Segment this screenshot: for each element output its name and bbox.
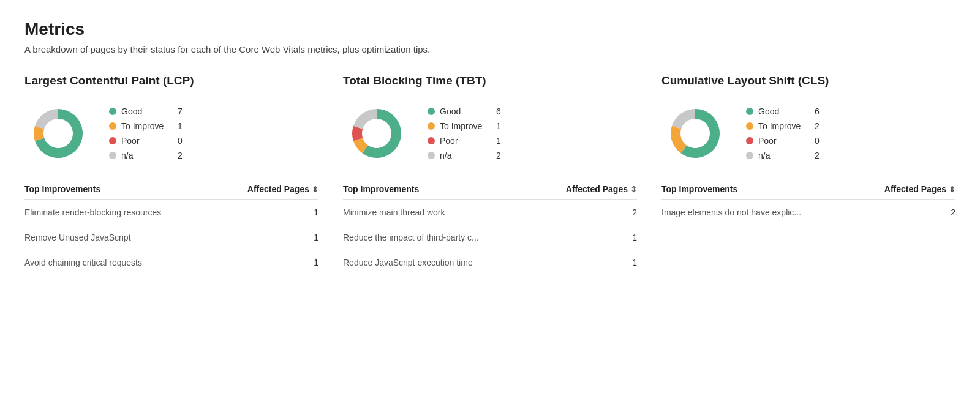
legend-dot-cls-3 xyxy=(746,152,753,159)
sort-icon-tbt: ⇕ xyxy=(630,185,637,194)
legend-dot-lcp-2 xyxy=(109,137,116,144)
legend-count-cls-2: 0 xyxy=(815,136,820,146)
legend-count-lcp-1: 1 xyxy=(178,121,183,131)
sort-icon-cls: ⇕ xyxy=(949,185,956,194)
legend-dot-tbt-3 xyxy=(428,152,435,159)
th-improvements-cls: Top Improvements xyxy=(662,184,884,194)
row-count-lcp-2: 1 xyxy=(306,258,318,267)
metric-title-lcp: Largest Contentful Paint (LCP) xyxy=(24,74,318,88)
table-row-cls-0: Image elements do not have explic...2 xyxy=(662,200,956,225)
legend-label-tbt-2: Poor xyxy=(440,136,489,146)
donut-legend-row-tbt: Good6To Improve1Poor1n/a2 xyxy=(343,100,637,167)
row-label-lcp-1[interactable]: Remove Unused JavaScript xyxy=(24,233,306,242)
legend-label-lcp-2: Poor xyxy=(121,136,170,146)
legend-label-cls-2: Poor xyxy=(758,136,807,146)
metric-panel-cls: Cumulative Layout Shift (CLS)Good6To Imp… xyxy=(662,74,956,275)
table-header-tbt: Top ImprovementsAffected Pages ⇕ xyxy=(343,184,637,200)
table-row-lcp-0: Eliminate render-blocking resources1 xyxy=(24,200,318,225)
table-header-lcp: Top ImprovementsAffected Pages ⇕ xyxy=(24,184,318,200)
legend-item-cls-0: Good6 xyxy=(746,106,820,116)
row-count-tbt-2: 1 xyxy=(625,258,637,267)
metrics-grid: Largest Contentful Paint (LCP)Good7To Im… xyxy=(24,74,956,275)
legend-dot-lcp-3 xyxy=(109,152,116,159)
legend-count-cls-3: 2 xyxy=(815,151,820,160)
row-count-lcp-1: 1 xyxy=(306,233,318,242)
legend-item-cls-3: n/a2 xyxy=(746,151,820,160)
table-row-tbt-2: Reduce JavaScript execution time1 xyxy=(343,250,637,275)
legend-count-lcp-0: 7 xyxy=(178,106,183,116)
row-label-tbt-2[interactable]: Reduce JavaScript execution time xyxy=(343,258,625,267)
legend-label-lcp-1: To Improve xyxy=(121,121,170,131)
row-label-lcp-0[interactable]: Eliminate render-blocking resources xyxy=(24,207,306,217)
legend-item-lcp-0: Good7 xyxy=(109,106,183,116)
th-affected-lcp[interactable]: Affected Pages ⇕ xyxy=(247,184,318,194)
legend-label-tbt-3: n/a xyxy=(440,151,489,160)
th-affected-tbt[interactable]: Affected Pages ⇕ xyxy=(566,184,637,194)
legend-dot-lcp-0 xyxy=(109,108,116,115)
row-label-lcp-2[interactable]: Avoid chaining critical requests xyxy=(24,258,306,267)
metric-panel-tbt: Total Blocking Time (TBT)Good6To Improve… xyxy=(343,74,637,275)
donut-container-tbt xyxy=(343,100,410,167)
legend-count-tbt-0: 6 xyxy=(496,106,501,116)
row-count-tbt-1: 1 xyxy=(625,233,637,242)
row-count-tbt-0: 2 xyxy=(625,207,637,217)
legend-count-tbt-2: 1 xyxy=(496,136,501,146)
legend-label-lcp-3: n/a xyxy=(121,151,170,160)
legend-item-cls-1: To Improve2 xyxy=(746,121,820,131)
row-count-cls-0: 2 xyxy=(943,207,956,217)
page-title: Metrics xyxy=(24,20,956,39)
row-label-cls-0[interactable]: Image elements do not have explic... xyxy=(662,207,943,217)
metric-panel-lcp: Largest Contentful Paint (LCP)Good7To Im… xyxy=(24,74,318,275)
legend-dot-tbt-2 xyxy=(428,137,435,144)
metric-title-tbt: Total Blocking Time (TBT) xyxy=(343,74,637,88)
legend-label-cls-1: To Improve xyxy=(758,121,807,131)
legend-count-tbt-3: 2 xyxy=(496,151,501,160)
legend-label-tbt-0: Good xyxy=(440,106,489,116)
th-improvements-lcp: Top Improvements xyxy=(24,184,247,194)
table-row-tbt-0: Minimize main thread work2 xyxy=(343,200,637,225)
legend-count-lcp-2: 0 xyxy=(178,136,183,146)
legend-dot-cls-0 xyxy=(746,108,753,115)
donut-chart xyxy=(662,100,729,167)
legend-dot-cls-2 xyxy=(746,137,753,144)
legend-tbt: Good6To Improve1Poor1n/a2 xyxy=(428,106,501,160)
legend-item-tbt-0: Good6 xyxy=(428,106,501,116)
donut-legend-row-cls: Good6To Improve2Poor0n/a2 xyxy=(662,100,956,167)
legend-item-tbt-3: n/a2 xyxy=(428,151,501,160)
donut-chart xyxy=(24,100,92,167)
legend-item-lcp-3: n/a2 xyxy=(109,151,183,160)
th-affected-cls[interactable]: Affected Pages ⇕ xyxy=(884,184,956,194)
donut-container-lcp xyxy=(24,100,92,167)
legend-label-cls-3: n/a xyxy=(758,151,807,160)
row-label-tbt-1[interactable]: Reduce the impact of third-party c... xyxy=(343,233,625,242)
donut-chart xyxy=(343,100,410,167)
table-header-cls: Top ImprovementsAffected Pages ⇕ xyxy=(662,184,956,200)
legend-dot-tbt-1 xyxy=(428,122,435,130)
legend-dot-cls-1 xyxy=(746,122,753,130)
table-row-tbt-1: Reduce the impact of third-party c...1 xyxy=(343,225,637,250)
table-row-lcp-1: Remove Unused JavaScript1 xyxy=(24,225,318,250)
legend-count-tbt-1: 1 xyxy=(496,121,501,131)
legend-label-lcp-0: Good xyxy=(121,106,170,116)
legend-item-tbt-2: Poor1 xyxy=(428,136,501,146)
legend-item-tbt-1: To Improve1 xyxy=(428,121,501,131)
metric-title-cls: Cumulative Layout Shift (CLS) xyxy=(662,74,956,88)
row-label-tbt-0[interactable]: Minimize main thread work xyxy=(343,207,625,217)
legend-item-lcp-2: Poor0 xyxy=(109,136,183,146)
th-improvements-tbt: Top Improvements xyxy=(343,184,566,194)
legend-item-lcp-1: To Improve1 xyxy=(109,121,183,131)
legend-dot-tbt-0 xyxy=(428,108,435,115)
legend-label-cls-0: Good xyxy=(758,106,807,116)
legend-count-cls-1: 2 xyxy=(815,121,820,131)
donut-legend-row-lcp: Good7To Improve1Poor0n/a2 xyxy=(24,100,318,167)
legend-item-cls-2: Poor0 xyxy=(746,136,820,146)
table-row-lcp-2: Avoid chaining critical requests1 xyxy=(24,250,318,275)
legend-count-lcp-3: 2 xyxy=(178,151,183,160)
legend-cls: Good6To Improve2Poor0n/a2 xyxy=(746,106,820,160)
page-subtitle: A breakdown of pages by their status for… xyxy=(24,44,956,54)
sort-icon-lcp: ⇕ xyxy=(312,185,318,194)
legend-dot-lcp-1 xyxy=(109,122,116,130)
donut-container-cls xyxy=(662,100,729,167)
legend-lcp: Good7To Improve1Poor0n/a2 xyxy=(109,106,183,160)
legend-count-cls-0: 6 xyxy=(815,106,820,116)
